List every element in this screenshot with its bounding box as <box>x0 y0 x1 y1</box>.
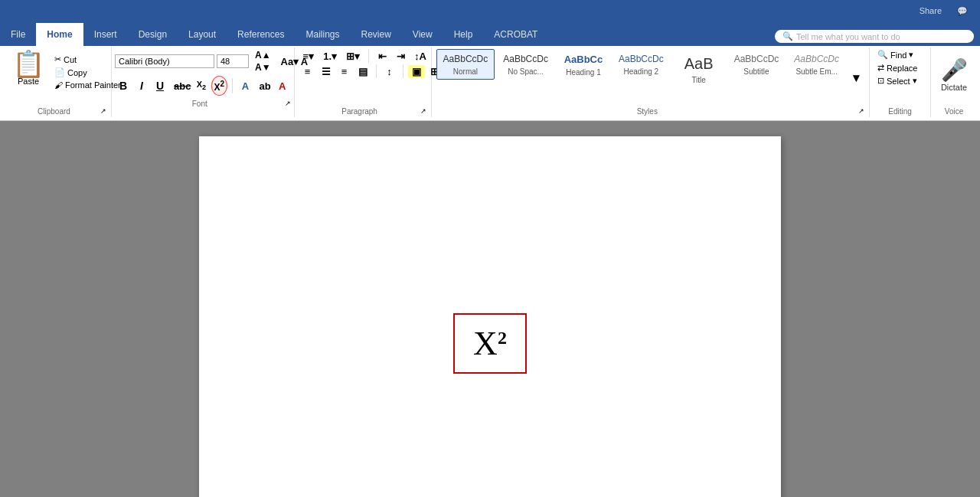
find-button[interactable]: 🔍 Find ▾ <box>874 49 916 60</box>
ribbon-panel: 📋 Paste ✂ Cut 📄 Copy 🖌 Format Painter <box>0 46 980 121</box>
tab-references[interactable]: References <box>227 23 295 46</box>
paste-icon: 📋 <box>12 51 44 77</box>
superscript-button[interactable]: X2 <box>211 76 227 96</box>
align-left-button[interactable]: ≡ <box>299 65 316 78</box>
decrease-indent-button[interactable]: ⇤ <box>374 50 390 63</box>
dictate-button[interactable]: 🎤 Dictate <box>936 49 972 100</box>
styles-expand[interactable]: ↗ <box>858 107 864 115</box>
comment-button[interactable]: 💬 <box>952 5 972 18</box>
numbering-button[interactable]: 1.▾ <box>319 50 341 63</box>
find-dropdown-icon: ▾ <box>909 50 913 60</box>
clipboard-label: Clipboard <box>8 106 100 116</box>
styles-label: Styles <box>436 106 858 116</box>
text-effects-button[interactable]: A <box>237 80 254 93</box>
clipboard-section: 📋 Paste ✂ Cut 📄 Copy 🖌 Format Painter <box>3 47 112 117</box>
style-title-label: Title <box>691 76 706 84</box>
align-right-button[interactable]: ≡ <box>336 65 353 78</box>
select-button[interactable]: ⊡ Select ▾ <box>874 75 920 87</box>
paragraph-expand[interactable]: ↗ <box>420 107 426 115</box>
multilevel-list-button[interactable]: ⊞▾ <box>342 50 364 63</box>
search-icon: 🔍 <box>782 31 793 41</box>
doc-text-x[interactable]: X <box>473 325 498 362</box>
font-grow-button[interactable]: A▲ <box>251 49 275 61</box>
tab-view[interactable]: View <box>402 23 443 46</box>
tab-help[interactable]: Help <box>443 23 484 46</box>
style-no-spacing[interactable]: AaBbCcDc No Spac... <box>496 49 555 80</box>
shading-button[interactable]: ▣ <box>408 65 425 78</box>
tab-review[interactable]: Review <box>350 23 401 46</box>
clipboard-expand[interactable]: ↗ <box>100 107 106 115</box>
tab-home[interactable]: Home <box>36 23 83 46</box>
style-heading1-label: Heading 1 <box>566 68 601 77</box>
replace-button[interactable]: ⇄ Replace <box>874 62 920 74</box>
strikethrough-button[interactable]: abc <box>170 80 191 93</box>
paragraph-section: ≡▾ 1.▾ ⊞▾ ⇤ ⇥ ↕A ¶ ≡ ☰ ≡ ▤ ↕ ▣ ⊞▾ <box>295 47 432 117</box>
font-divider <box>232 78 233 93</box>
paste-button[interactable]: 📋 Paste <box>8 49 49 87</box>
style-normal-preview: AaBbCcDc <box>443 53 488 66</box>
styles-section: AaBbCcDc Normal AaBbCcDc No Spac... AaBb… <box>432 47 870 117</box>
document-page: X2 <box>199 136 781 497</box>
change-case-button[interactable]: Aa▾ <box>277 55 294 68</box>
font-shrink-button[interactable]: A▼ <box>251 61 275 74</box>
font-color-button[interactable]: A <box>274 80 291 93</box>
select-icon: ⊡ <box>877 76 884 86</box>
sort-button[interactable]: ↕A <box>410 50 430 63</box>
editing-section: 🔍 Find ▾ ⇄ Replace ⊡ Select ▾ Editing <box>870 47 931 117</box>
tab-layout[interactable]: Layout <box>178 23 227 46</box>
font-label: Font <box>115 98 285 108</box>
doc-superscript: 2 <box>498 327 507 347</box>
tab-design[interactable]: Design <box>128 23 178 46</box>
underline-button[interactable]: U <box>152 79 168 93</box>
font-section: A▲ A▼ Aa▾ A B I U abc X2 X2 A ab A Font … <box>112 47 295 117</box>
style-heading1[interactable]: AaBbCc Heading 1 <box>557 49 610 80</box>
font-family-input[interactable] <box>115 54 214 68</box>
voice-label: Voice <box>936 106 972 116</box>
style-title-preview: AaB <box>684 53 714 74</box>
style-subtitle-preview: AaBbCcDc <box>734 53 779 66</box>
style-subtitle[interactable]: AaBbCcDc Subtitle <box>727 49 786 80</box>
style-title[interactable]: AaB Title <box>672 49 726 88</box>
para-divider3 <box>403 64 403 78</box>
increase-indent-button[interactable]: ⇥ <box>392 50 409 63</box>
share-button[interactable]: Share <box>915 5 946 17</box>
tab-acrobat[interactable]: ACROBAT <box>483 23 548 46</box>
select-dropdown-icon: ▾ <box>913 76 917 86</box>
style-subtle-em-label: Subtle Em... <box>795 67 837 76</box>
editing-label: Editing <box>874 106 926 116</box>
tab-mailings[interactable]: Mailings <box>295 23 350 46</box>
find-icon: 🔍 <box>877 50 888 60</box>
style-heading2[interactable]: AaBbCcDc Heading 2 <box>612 49 671 80</box>
dictate-label: Dictate <box>941 83 967 92</box>
subscript-button[interactable]: X2 <box>193 79 210 92</box>
font-expand[interactable]: ↗ <box>285 100 291 107</box>
align-center-button[interactable]: ☰ <box>318 65 335 78</box>
tab-file[interactable]: File <box>0 23 36 46</box>
voice-section: 🎤 Dictate Voice <box>931 47 977 117</box>
justify-button[interactable]: ▤ <box>354 65 371 78</box>
style-subtle-em[interactable]: AaBbCcDc Subtle Em... <box>787 49 846 80</box>
highlight-color-button[interactable]: ab <box>256 80 273 93</box>
style-heading2-preview: AaBbCcDc <box>619 53 664 66</box>
tab-insert[interactable]: Insert <box>83 23 128 46</box>
bold-button[interactable]: B <box>115 79 132 93</box>
style-normal[interactable]: AaBbCcDc Normal <box>436 49 495 80</box>
para-divider2 <box>376 64 377 78</box>
italic-button[interactable]: I <box>133 79 150 93</box>
format-painter-icon: 🖌 <box>54 80 63 90</box>
paragraph-label: Paragraph <box>299 106 420 116</box>
document-area: X2 <box>0 121 980 497</box>
style-heading2-label: Heading 2 <box>624 67 659 76</box>
style-heading1-preview: AaBbCc <box>564 53 603 67</box>
tab-bar: File Home Insert Design Layout Reference… <box>0 21 980 46</box>
font-size-input[interactable] <box>217 54 249 68</box>
styles-scroll-down[interactable]: ▾ <box>848 70 864 86</box>
para-divider1 <box>368 49 369 63</box>
style-no-spacing-label: No Spac... <box>508 67 544 76</box>
replace-icon: ⇄ <box>877 63 884 73</box>
bullets-button[interactable]: ≡▾ <box>299 50 318 63</box>
doc-content: X2 <box>245 167 735 489</box>
style-subtle-em-preview: AaBbCcDc <box>794 53 839 66</box>
search-box[interactable]: 🔍 Tell me what you want to do <box>775 30 974 43</box>
line-spacing-button[interactable]: ↕ <box>381 65 398 78</box>
